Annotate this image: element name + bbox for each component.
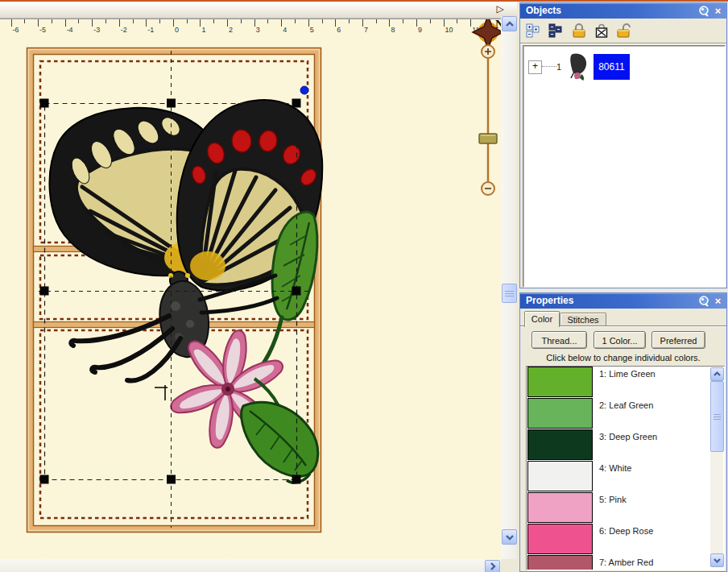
objects-toolbar [520,19,726,44]
close-icon[interactable]: × [712,295,724,307]
objects-panel: Objects × [519,2,727,288]
color-label: 3: Deep Green [599,432,657,441]
rollup-magnifier-icon[interactable] [697,5,709,17]
color-label: 6: Deep Rose [599,526,653,536]
color-row: 3: Deep Green [527,429,709,461]
select-group-icon[interactable] [524,22,541,39]
preferred-button[interactable]: Preferred [651,331,705,349]
tab-color[interactable]: Color [524,311,560,327]
zoom-slider [479,45,497,195]
color-row: 5: Pink [527,492,709,524]
select-group-alt-icon[interactable] [547,22,564,39]
color-label: 4: White [599,463,631,473]
object-index: 1 [556,62,561,72]
design-canvas[interactable]: -6-5-4-3-2-101234567891011 [0,19,501,559]
thread-button[interactable]: Thread... [532,331,587,349]
color-label: 7: Amber Red [599,557,653,567]
lock-x-icon[interactable] [593,22,610,39]
color-row: 2: Leaf Green [527,398,709,429]
properties-panel: Properties × Color Stitches Thread... 1 … [519,292,727,572]
scroll-up-button[interactable] [502,16,517,31]
color-row: 7: Amber Red [527,555,709,570]
panel-expand-icon[interactable]: ▷ [493,2,507,16]
list-scroll-up-button[interactable] [710,367,724,381]
color-label: 1: Lime Green [599,369,656,379]
tab-stitches[interactable]: Stitches [560,313,606,327]
compass-north-label: N [495,19,501,31]
color-swatch[interactable] [527,555,593,570]
objects-panel-titlebar[interactable]: Objects × [520,3,726,19]
color-list[interactable]: 1: Lime Green2: Leaf Green3: Deep Green4… [526,366,725,570]
color-row: 1: Lime Green [527,367,709,398]
object-thumbnail[interactable] [566,52,590,81]
vertical-scroll-thumb[interactable] [502,284,517,303]
color-row: 6: Deep Rose [527,524,709,555]
scroll-right-button[interactable] [485,560,500,572]
one-color-button[interactable]: 1 Color... [594,331,646,349]
lock-open-icon[interactable] [615,22,632,39]
canvas-vertical-scrollbar[interactable] [501,16,516,559]
tree-expand-icon[interactable]: + [528,60,542,74]
properties-panel-title: Properties [526,295,573,306]
list-scroll-down-button[interactable] [710,553,724,567]
object-label-selected[interactable]: 80611 [594,54,629,80]
color-swatch[interactable] [527,398,593,429]
design-area: N [0,19,501,559]
rollup-magnifier-icon[interactable] [697,295,709,307]
color-label: 2: Leaf Green [599,400,653,410]
lock-closed-icon[interactable] [570,22,587,39]
properties-panel-titlebar[interactable]: Properties × [520,293,726,309]
embroidery-editor-window: ▷ -6-5-4-3-2-101234567891011 [0,0,728,572]
close-icon[interactable]: × [712,5,724,17]
color-label: 5: Pink [599,495,627,504]
color-row: 4: White [527,461,709,492]
color-swatch[interactable] [527,524,593,554]
color-list-scrollbar[interactable] [710,367,723,567]
canvas-horizontal-scrollbar[interactable] [0,559,501,572]
object-list-item[interactable]: + 1 80611 [527,51,720,83]
color-swatch[interactable] [527,429,593,460]
objects-list[interactable]: + 1 80611 [523,45,726,288]
tree-connector [542,66,556,68]
color-swatch[interactable] [527,367,593,397]
objects-panel-title: Objects [526,5,561,16]
color-hint-text: Click below to change individual colors. [520,353,726,363]
scroll-down-button[interactable] [502,529,517,545]
color-swatch[interactable] [527,492,593,523]
list-scroll-thumb[interactable] [710,381,724,452]
rotation-handle-dot[interactable] [300,86,308,94]
color-swatch[interactable] [527,461,593,491]
toolbar-band [0,2,517,19]
